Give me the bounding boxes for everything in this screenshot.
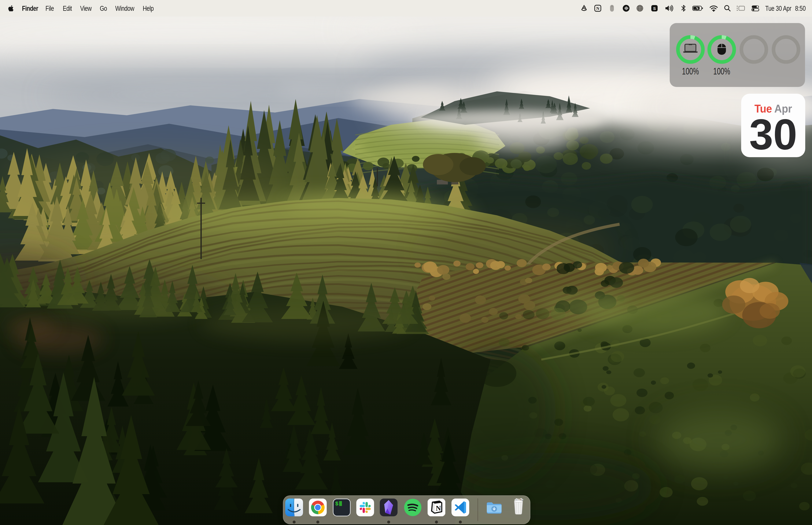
svg-text:100%: 100% [713,66,730,76]
svg-text:S: S [653,6,656,11]
svg-text:N: N [596,6,599,11]
svg-text:$: $ [335,501,339,507]
svg-text:N: N [436,504,441,512]
svg-text:100%: 100% [682,66,699,76]
